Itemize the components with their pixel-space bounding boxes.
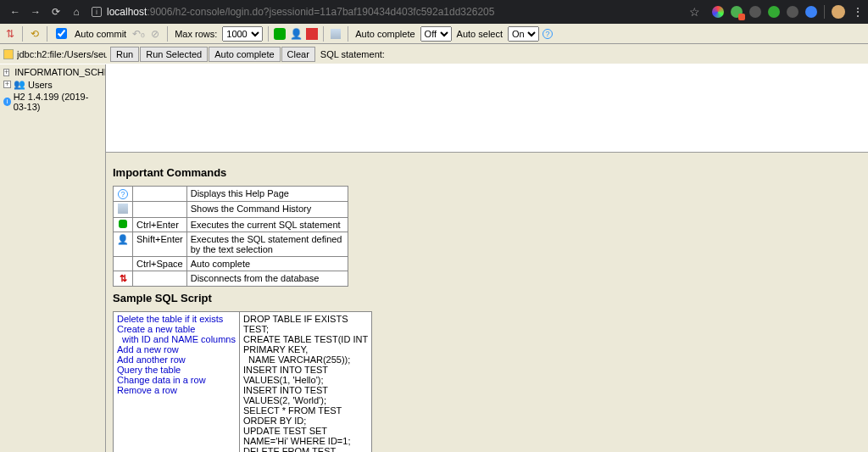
table-row: ?Displays this Help Page <box>114 187 348 202</box>
sample-script-table: Delete the table if it exists Create a n… <box>113 311 372 452</box>
run-selected-button[interactable]: Run Selected <box>140 47 208 62</box>
content-pane: Important Commands ?Displays this Help P… <box>105 64 868 452</box>
tree-item-schema[interactable]: + INFORMATION_SCHEMA <box>3 66 102 78</box>
sql-statement-label: SQL statement: <box>320 49 385 59</box>
sample-sql: DELETE FROM TEST WHERE ID=2; <box>243 446 368 452</box>
sql-editor[interactable] <box>106 64 868 153</box>
auto-complete-button[interactable]: Auto complete <box>209 47 280 62</box>
sample-link[interactable]: with ID and NAME columns <box>117 334 236 344</box>
auto-select-select[interactable]: On <box>508 26 539 42</box>
sample-sql: UPDATE TEST SET NAME='Hi' WHERE ID=1; <box>243 426 368 446</box>
sample-sql: INSERT INTO TEST VALUES(2, 'World'); <box>243 385 368 405</box>
forward-icon[interactable]: → <box>29 5 42 19</box>
h2-toolbar: ⇅ ⟲ Auto commit ↶₀ ⊘ Max rows: 1000 👤 Au… <box>0 24 868 44</box>
info-icon: i <box>3 98 11 106</box>
disconnect-icon[interactable]: ⇅ <box>3 27 17 41</box>
clear-button[interactable]: Clear <box>281 47 315 62</box>
max-rows-select[interactable]: 1000 <box>222 26 263 42</box>
table-row: Ctrl+EnterExecutes the current SQL state… <box>114 218 348 232</box>
auto-select-label: Auto select <box>457 29 503 39</box>
extension-icon[interactable] <box>731 6 743 18</box>
profile-avatar[interactable] <box>832 5 845 19</box>
sample-script-heading: Sample SQL Script <box>113 292 861 304</box>
auto-commit-checkbox[interactable] <box>56 28 67 39</box>
help-icon[interactable]: ? <box>542 29 553 39</box>
extension-icon[interactable] <box>768 6 780 18</box>
extension-icon[interactable] <box>749 6 761 18</box>
table-row: 👤Shift+EnterExecutes the SQL statement d… <box>114 232 348 257</box>
table-row: Shows the Command History <box>114 202 348 218</box>
help-icon: ? <box>118 189 128 199</box>
max-rows-label: Max rows: <box>175 29 217 39</box>
important-commands-heading: Important Commands <box>113 166 861 179</box>
table-row: ⇅Disconnects from the database <box>114 271 348 287</box>
extension-icon[interactable] <box>805 6 817 18</box>
sample-sql: INSERT INTO TEST VALUES(1, 'Hello'); <box>243 365 368 385</box>
sample-sql: SELECT * FROM TEST ORDER BY ID; <box>243 405 368 426</box>
sample-sql: NAME VARCHAR(255)); <box>243 354 368 365</box>
menu-icon[interactable]: ⋮ <box>852 5 863 19</box>
bookmark-icon[interactable]: ☆ <box>689 5 700 19</box>
sample-sql: CREATE TABLE TEST(ID INT PRIMARY KEY, <box>243 334 368 354</box>
info-icon: i <box>92 7 102 17</box>
run-icon <box>119 220 127 228</box>
sample-link[interactable]: Add another row <box>117 354 186 365</box>
extension-icon[interactable] <box>712 6 724 18</box>
sample-link[interactable]: Create a new table <box>117 324 195 334</box>
extension-icon[interactable] <box>787 6 798 18</box>
commit-icon[interactable]: ↶₀ <box>131 27 145 41</box>
address-bar[interactable]: i localhost:9006/h2-console/login.do?jse… <box>92 6 681 18</box>
sample-sql: DROP TABLE IF EXISTS TEST; <box>243 314 368 334</box>
object-tree: + INFORMATION_SCHEMA + 👥 Users i H2 1.4.… <box>0 64 105 452</box>
expand-icon[interactable]: + <box>3 81 11 88</box>
sample-link[interactable]: Remove a row <box>117 385 177 395</box>
browser-chrome: ← → ⟳ ⌂ i localhost:9006/h2-console/logi… <box>0 0 868 24</box>
url-host: localhost <box>107 6 147 18</box>
stop-icon[interactable] <box>306 28 318 40</box>
auto-complete-label: Auto complete <box>355 29 415 39</box>
history-icon <box>118 204 128 214</box>
users-icon: 👥 <box>14 79 25 90</box>
url-path: :9006/h2-console/login.do?jsessionid=11a… <box>147 6 494 18</box>
sample-link[interactable]: Delete the table if it exists <box>117 314 223 324</box>
auto-commit-label: Auto commit <box>75 29 126 39</box>
refresh-icon[interactable]: ⟲ <box>28 27 42 41</box>
connection-string: jdbc:h2:file:/Users/seunmatt/Doc <box>17 49 107 59</box>
database-icon <box>3 49 14 59</box>
run-icon[interactable] <box>274 28 286 40</box>
important-commands-table: ?Displays this Help Page Shows the Comma… <box>113 186 348 287</box>
rollback-icon[interactable]: ⊘ <box>148 27 162 41</box>
run-selected-icon: 👤 <box>117 234 129 244</box>
help-pane: Important Commands ?Displays this Help P… <box>106 153 868 452</box>
run-button[interactable]: Run <box>110 47 139 62</box>
sample-link[interactable]: Query the table <box>117 365 181 375</box>
back-icon[interactable]: ← <box>8 5 22 19</box>
disconnect-icon: ⇅ <box>120 273 127 283</box>
history-icon[interactable] <box>329 27 342 41</box>
sql-row: jdbc:h2:file:/Users/seunmatt/Doc Run Run… <box>0 44 868 64</box>
tree-item-users[interactable]: + 👥 Users <box>3 78 102 91</box>
sample-link[interactable]: Add a new row <box>117 344 179 354</box>
home-icon[interactable]: ⌂ <box>70 5 83 19</box>
reload-icon[interactable]: ⟳ <box>49 5 63 19</box>
run-selected-icon[interactable]: 👤 <box>289 27 303 41</box>
expand-icon[interactable]: + <box>3 69 9 76</box>
tree-item-version: i H2 1.4.199 (2019-03-13) <box>3 91 102 113</box>
sample-link[interactable]: Change data in a row <box>117 375 206 385</box>
table-row: Ctrl+SpaceAuto complete <box>114 257 348 271</box>
auto-complete-select[interactable]: Off <box>420 26 452 42</box>
